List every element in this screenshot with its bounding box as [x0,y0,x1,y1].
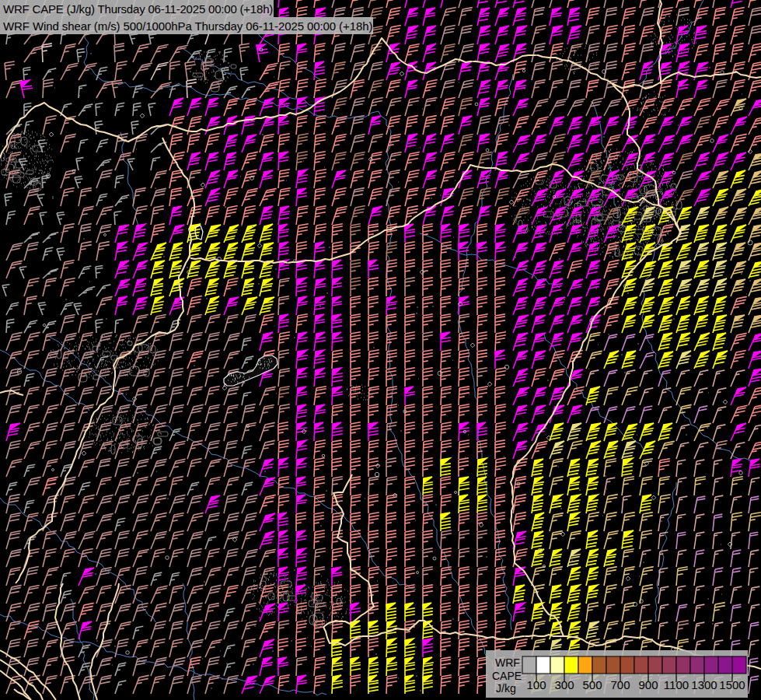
svg-text:900: 900 [638,678,658,691]
svg-text:1500: 1500 [719,678,745,691]
svg-text:CAPE: CAPE [492,670,522,682]
svg-text:WRF Wind shear (m/s) 500/1000h: WRF Wind shear (m/s) 500/1000hPa Thursda… [3,19,372,33]
svg-text:WRF: WRF [495,656,520,669]
svg-text:1300: 1300 [691,678,717,691]
svg-text:300: 300 [554,678,574,691]
svg-text:100: 100 [526,678,546,691]
svg-text:500: 500 [582,678,602,691]
svg-text:WRF CAPE (J/kg) Thursday 06-11: WRF CAPE (J/kg) Thursday 06-11-2025 00:0… [3,2,273,16]
svg-text:700: 700 [610,678,630,691]
svg-text:J/kg: J/kg [496,682,516,695]
svg-text:1100: 1100 [664,678,689,691]
